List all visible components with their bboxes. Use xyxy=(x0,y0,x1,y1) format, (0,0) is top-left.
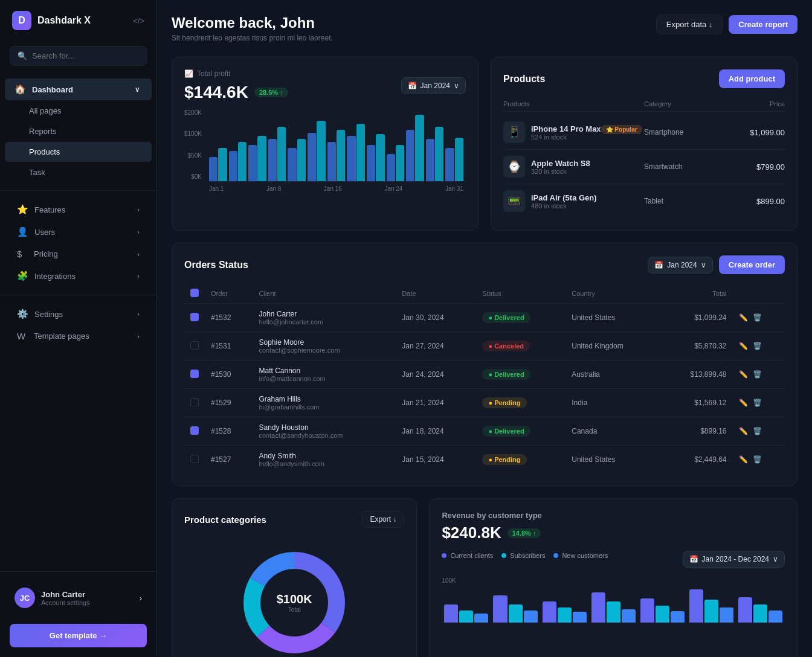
table-row: #1527 Andy Smith hello@andysmith.com Jan… xyxy=(184,446,785,474)
order-id: #1527 xyxy=(205,446,253,474)
sidebar-item-all-pages[interactable]: All pages xyxy=(5,101,152,121)
product-category: Smartphone xyxy=(644,128,715,136)
delete-icon[interactable]: 🗑️ xyxy=(753,342,762,350)
products-panel-title: Products xyxy=(503,74,545,85)
bar-group xyxy=(308,121,326,181)
search-input[interactable] xyxy=(32,51,139,60)
sidebar-item-settings[interactable]: ⚙️ Settings › xyxy=(5,303,152,325)
row-checkbox[interactable] xyxy=(190,341,199,350)
delete-icon[interactable]: 🗑️ xyxy=(753,370,762,379)
order-total: $1,569.12 xyxy=(660,389,732,417)
product-image: 📟 xyxy=(503,190,525,212)
bar-chart xyxy=(207,109,466,182)
chart-container: $200K $100K $50K $0K Jan 1 Jan 8 Jan 16 … xyxy=(184,109,466,192)
row-checkbox[interactable] xyxy=(190,313,199,321)
table-row: #1531 Sophie Moore contact@sophiemoore.c… xyxy=(184,332,785,361)
revenue-bar-chart xyxy=(442,586,785,623)
sidebar-item-integrations[interactable]: 🧩 Integrations › xyxy=(5,265,152,287)
sidebar-item-pricing[interactable]: $ Pricing › xyxy=(5,243,152,264)
rev-bar xyxy=(591,592,605,623)
sidebar-item-reports[interactable]: Reports xyxy=(5,121,152,141)
settings-nav: ⚙️ Settings › W Template pages › xyxy=(0,300,156,350)
select-all-checkbox[interactable] xyxy=(190,289,199,297)
delete-icon[interactable]: 🗑️ xyxy=(753,427,762,435)
bar-group xyxy=(209,148,227,181)
sidebar-item-template-pages[interactable]: W Template pages › xyxy=(5,325,152,347)
orders-header: Orders Status 📅 Jan 2024 ∨ Create order xyxy=(184,255,785,274)
revenue-date-selector[interactable]: 📅 Jan 2024 - Dec 2024 ∨ xyxy=(683,551,785,568)
revenue-badge: 14.8% ↑ xyxy=(507,528,541,538)
orders-date-selector[interactable]: 📅 Jan 2024 ∨ xyxy=(648,257,712,274)
order-id: #1530 xyxy=(205,361,253,389)
products-panel-header: Products Add product xyxy=(503,69,785,88)
delete-icon[interactable]: 🗑️ xyxy=(753,313,762,322)
integrations-icon: 🧩 xyxy=(17,271,28,281)
calendar-icon: 📅 xyxy=(408,82,417,90)
code-icon: </> xyxy=(133,16,144,25)
rev-bar-group xyxy=(591,592,636,623)
sidebar-item-products[interactable]: Products xyxy=(5,142,152,162)
rev-bar xyxy=(558,607,572,623)
order-total: $5,870.32 xyxy=(660,332,732,361)
product-image: ⌚ xyxy=(503,156,525,178)
main-content: Welcome back, John Sit hendrerit leo ege… xyxy=(157,0,812,657)
product-stock: 524 in stock xyxy=(531,133,642,141)
delete-icon[interactable]: 🗑️ xyxy=(753,455,762,464)
product-name: iPad Air (5ta Gen) xyxy=(531,193,597,202)
sidebar-item-task[interactable]: Task xyxy=(5,162,152,182)
row-checkbox[interactable] xyxy=(190,370,199,378)
bar xyxy=(337,130,345,181)
pricing-icon: $ xyxy=(17,249,28,259)
bar-group xyxy=(268,127,286,181)
product-row: ⌚ Apple Watch S8 320 in stock Smartwatch… xyxy=(503,150,785,184)
order-date: Jan 21, 2024 xyxy=(396,389,476,417)
edit-icon[interactable]: ✏️ xyxy=(739,455,748,464)
account-settings-label: Account settings xyxy=(41,599,134,606)
revenue-card: Revenue by customer type $240.8K 14.8% ↑… xyxy=(429,498,798,657)
order-client: Andy Smith hello@andysmith.com xyxy=(253,446,396,474)
bar xyxy=(288,148,296,181)
edit-icon[interactable]: ✏️ xyxy=(739,399,748,407)
rev-bar xyxy=(768,611,782,623)
edit-icon[interactable]: ✏️ xyxy=(739,427,748,435)
order-date: Jan 18, 2024 xyxy=(396,417,476,446)
create-order-button[interactable]: Create order xyxy=(719,255,785,274)
bar xyxy=(347,136,355,181)
edit-icon[interactable]: ✏️ xyxy=(739,370,748,379)
order-country: India xyxy=(566,389,660,417)
export-data-button[interactable]: Export data ↓ xyxy=(656,14,723,34)
rev-bar xyxy=(689,589,703,623)
bar-group xyxy=(406,115,424,181)
add-product-button[interactable]: Add product xyxy=(719,69,785,88)
order-status: ● Pending xyxy=(476,389,566,417)
edit-icon[interactable]: ✏️ xyxy=(739,342,748,350)
search-box[interactable]: 🔍 xyxy=(10,46,147,66)
edit-icon[interactable]: ✏️ xyxy=(739,313,748,322)
users-icon: 👤 xyxy=(17,226,28,237)
order-total: $2,449.64 xyxy=(660,446,732,474)
page-title: Welcome back, John xyxy=(172,14,333,31)
rev-bar xyxy=(543,601,556,623)
order-client: Graham Hills hi@grahamhills.com xyxy=(253,389,396,417)
chart-area-container: Jan 1 Jan 8 Jan 16 Jan 24 Jan 31 xyxy=(207,109,466,192)
row-checkbox[interactable] xyxy=(190,426,199,435)
chevron-right-icon: › xyxy=(137,206,140,213)
sidebar-item-users[interactable]: 👤 Users › xyxy=(5,221,152,243)
row-checkbox[interactable] xyxy=(190,398,199,406)
export-categories-button[interactable]: Export ↓ xyxy=(362,511,404,528)
bar-group xyxy=(387,145,405,181)
user-profile[interactable]: JC John Carter Account settings › xyxy=(5,579,152,617)
orders-table-head: Order Client Date Status Country Total xyxy=(184,284,785,304)
create-report-button[interactable]: Create report xyxy=(729,15,798,34)
top-grid: 📈 Total profit $144.6K 28.5% ↑ 📅 Jan 202… xyxy=(172,57,798,231)
order-country: United States xyxy=(566,446,660,474)
revenue-amount: $240.8K 14.8% ↑ xyxy=(442,524,785,542)
rev-bar-group xyxy=(543,601,587,623)
sidebar-item-features[interactable]: ⭐ Features › xyxy=(5,199,152,220)
get-template-button[interactable]: Get template → xyxy=(10,624,147,647)
row-checkbox[interactable] xyxy=(190,455,199,463)
delete-icon[interactable]: 🗑️ xyxy=(753,399,762,407)
profit-date-selector[interactable]: 📅 Jan 2024 ∨ xyxy=(401,77,466,94)
donut-center: $100K Total xyxy=(277,592,312,613)
sidebar-item-dashboard[interactable]: 🏠 Dashboard ∨ xyxy=(5,79,152,100)
